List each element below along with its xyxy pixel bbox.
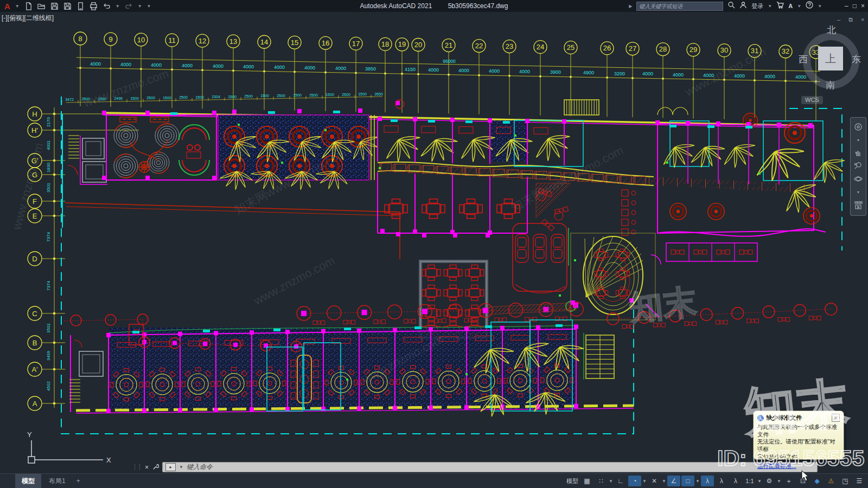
search-expand-caret-icon[interactable]: ▶	[629, 4, 632, 9]
scale-caret-icon[interactable]: ▼	[757, 479, 762, 484]
help-icon[interactable]	[806, 1, 813, 11]
command-prompt-icon[interactable]: ▸	[165, 463, 176, 471]
navigation-wheel-icon[interactable]	[853, 122, 863, 132]
command-placeholder[interactable]: 键入命令	[187, 463, 213, 472]
redo-caret-icon[interactable]: ▼	[138, 4, 142, 9]
command-input-bar[interactable]: ▸ ▼ 键入命令	[162, 462, 818, 472]
svg-text:16: 16	[322, 39, 329, 47]
iso-caret-icon[interactable]: ▼	[662, 479, 666, 484]
maximize-button[interactable]: □	[853, 2, 857, 10]
snap-mode-icon[interactable]: ∷	[595, 476, 608, 486]
svg-text:2304: 2304	[212, 95, 220, 99]
svg-text:A: A	[33, 400, 37, 408]
open-file-icon[interactable]	[37, 2, 46, 10]
autodesk-app-icon[interactable]: A	[788, 3, 793, 9]
annotation-scale-icon[interactable]: λ	[729, 476, 742, 486]
polar-tracking-icon[interactable]: ◔	[628, 476, 641, 486]
object-snap-tracking-icon[interactable]: ∠	[667, 476, 680, 486]
pan-hand-icon[interactable]	[853, 148, 863, 158]
tab-layout1[interactable]: 布局1	[42, 474, 72, 488]
model-space-toggle[interactable]: 模型	[565, 476, 579, 486]
svg-text:4150: 4150	[405, 67, 416, 72]
sign-in-label[interactable]: 登录	[751, 2, 763, 10]
svg-text:31: 31	[751, 47, 758, 55]
svg-text:2500: 2500	[179, 95, 188, 99]
app-store-cart-icon[interactable]	[776, 1, 784, 11]
annotation-monitor-plus-icon[interactable]: ＋	[782, 476, 795, 486]
svg-text:1500: 1500	[163, 96, 171, 100]
svg-text:4000: 4000	[213, 63, 224, 69]
autodesk-caret-icon[interactable]: ▼	[797, 4, 801, 9]
workspace-caret-icon[interactable]: ▼	[777, 479, 781, 484]
command-drag-handle[interactable]: ⋮⋮	[132, 464, 142, 471]
svg-text:2170: 2170	[46, 117, 51, 127]
notification-close-icon[interactable]: ✕	[832, 414, 840, 422]
minimize-button[interactable]: –	[845, 2, 848, 10]
showmotion-icon[interactable]	[853, 200, 863, 210]
logo-menu-caret-icon[interactable]: ▼	[15, 4, 20, 9]
grid-display-icon[interactable]: ▦	[580, 476, 593, 486]
plot-icon[interactable]	[90, 2, 98, 10]
standards-warning-icon[interactable]: ⚠	[825, 476, 838, 486]
annotation-visibility-icon[interactable]: λ	[701, 476, 714, 486]
svg-text:20: 20	[414, 41, 422, 49]
undo-caret-icon[interactable]: ▼	[116, 4, 120, 9]
new-file-icon[interactable]	[24, 2, 33, 10]
status-bar: 模型 布局1 + 模型 ▦ ∷ ▼ ∟ ◔ ▼ ✕ ▼ ∠ □ ▼ λ λ λ …	[0, 473, 868, 488]
drawing-canvas[interactable]: 8910111213141516171819202122232425262728…	[0, 0, 868, 488]
svg-text:2500: 2500	[309, 93, 318, 97]
viewport-controls[interactable]: [-][俯视][二维线框]	[2, 14, 54, 23]
svg-text:4000: 4000	[182, 63, 193, 68]
nav-wheel-caret-icon[interactable]: ▼	[853, 135, 863, 145]
signin-caret-icon[interactable]: ▼	[768, 4, 772, 9]
save-icon[interactable]	[50, 2, 59, 10]
svg-text:H: H	[32, 110, 37, 118]
workspace-gear-icon[interactable]: ⚙	[763, 476, 776, 486]
info-icon: i	[757, 415, 764, 421]
svg-text:2496: 2496	[114, 97, 123, 100]
annotation-scale-value[interactable]: 1:1	[743, 476, 756, 486]
help-caret-icon[interactable]: ▼	[818, 4, 822, 9]
ucs-dropdown-label[interactable]: WCS	[801, 96, 823, 104]
command-recent-caret-icon[interactable]: ▼	[179, 465, 183, 470]
autocad-logo-icon[interactable]: A	[4, 2, 10, 10]
svg-text:18: 18	[381, 40, 389, 48]
svg-text:8: 8	[78, 35, 82, 43]
qat-customize-caret-icon[interactable]: ▼	[147, 4, 151, 9]
user-icon[interactable]	[739, 1, 747, 11]
hardware-acceleration-icon[interactable]: ◆	[810, 476, 824, 486]
osnap-caret-icon[interactable]: ▼	[695, 479, 700, 484]
redo-icon[interactable]	[125, 2, 133, 10]
tab-add-button[interactable]: +	[73, 474, 84, 488]
undo-icon[interactable]	[103, 2, 111, 10]
isometric-drafting-icon[interactable]: ✕	[648, 476, 661, 486]
command-customize-wrench-icon[interactable]	[152, 463, 159, 472]
customization-menu-icon[interactable]: ☰	[853, 476, 866, 486]
svg-text:G: G	[32, 171, 37, 179]
annotation-autoscale-icon[interactable]: λ	[715, 476, 728, 486]
app-title: Autodesk AutoCAD 2021	[360, 2, 432, 10]
command-close-icon[interactable]: ×	[145, 464, 149, 471]
close-button[interactable]: ×	[861, 2, 865, 10]
snap-caret-icon[interactable]: ▼	[609, 479, 613, 484]
save-as-icon[interactable]	[63, 2, 72, 10]
svg-text:2500: 2500	[81, 97, 90, 101]
notification-link[interactable]: 运行配置标准...	[757, 463, 796, 470]
orbit-icon[interactable]	[853, 174, 863, 184]
drawing-window-controls[interactable]: – ⧉ ×	[837, 16, 868, 23]
svg-text:32: 32	[782, 47, 789, 55]
polar-caret-icon[interactable]: ▼	[642, 479, 647, 484]
zoom-extents-icon[interactable]	[853, 161, 863, 171]
object-snap-icon[interactable]: □	[681, 476, 694, 486]
svg-text:4000: 4000	[489, 68, 500, 74]
search-icon[interactable]	[727, 1, 735, 11]
ortho-mode-icon[interactable]: ∟	[614, 476, 627, 486]
svg-text:1830: 1830	[46, 163, 51, 172]
isolate-objects-icon[interactable]: ⊡	[796, 476, 809, 486]
clean-screen-icon[interactable]: ◳	[839, 476, 852, 486]
orbit-caret-icon[interactable]: ▼	[853, 187, 863, 197]
mobile-icon[interactable]	[76, 2, 85, 10]
svg-text:4000: 4000	[335, 66, 346, 71]
tab-model[interactable]: 模型	[15, 474, 41, 488]
search-input[interactable]	[636, 2, 723, 11]
